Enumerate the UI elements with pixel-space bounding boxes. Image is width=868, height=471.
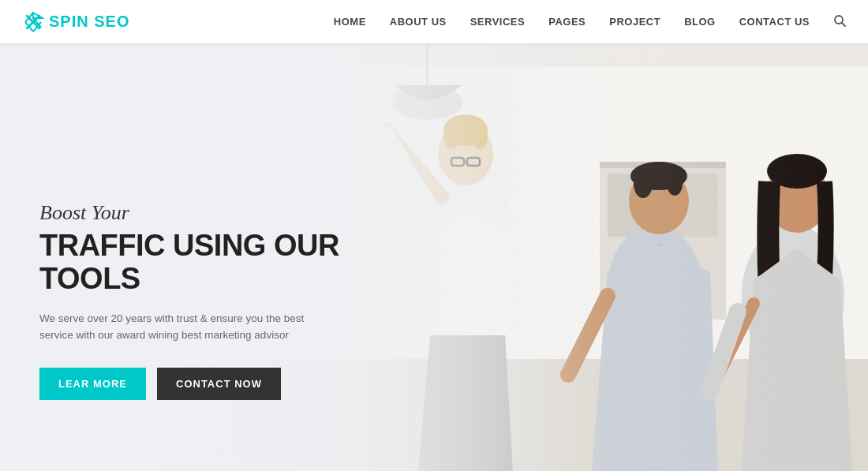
hero-subtitle: Boost Your [39,201,418,225]
main-nav: HOME ABOUT US SERVICES PAGES PROJECT BLO… [334,14,846,29]
nav-project[interactable]: PROJECT [609,16,660,28]
hero-buttons: LEAR MORE CONTACT NOW [39,368,418,400]
logo[interactable]: SPIN SEO [22,11,130,33]
nav-pages[interactable]: PAGES [548,16,586,28]
search-icon[interactable] [833,14,846,29]
hero-title: TRAFFIC USING OUR TOOLS [39,230,418,296]
nav-services[interactable]: SERVICES [470,16,526,28]
contact-now-button[interactable]: CONTACT NOW [157,368,281,400]
nav-blog[interactable]: BLOG [684,16,716,28]
nav-about[interactable]: ABOUT US [390,16,447,28]
hero-section: Boost Your TRAFFIC USING OUR TOOLS We se… [0,43,868,471]
logo-icon [22,11,44,33]
nav-home[interactable]: HOME [334,16,366,28]
hero-content: Boost Your TRAFFIC USING OUR TOOLS We se… [39,201,418,400]
nav-contact[interactable]: CONTACT US [739,16,810,28]
svg-line-8 [842,23,845,26]
hero-description: We serve over 20 years with trust & ensu… [39,310,339,344]
learn-more-button[interactable]: LEAR MORE [39,368,146,400]
logo-brand: SPIN SEO [49,13,130,31]
header: SPIN SEO HOME ABOUT US SERVICES PAGES PR… [0,0,868,43]
